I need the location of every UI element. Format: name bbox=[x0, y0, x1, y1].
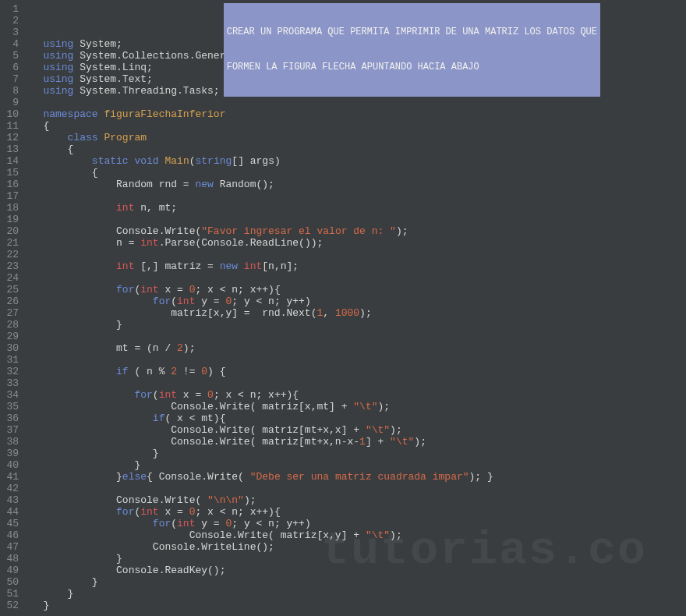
line-number: 44 bbox=[3, 506, 19, 518]
code-line: Console.ReadKey(); bbox=[25, 565, 686, 576]
code-line: int n, mt; bbox=[25, 202, 686, 214]
line-number: 41 bbox=[3, 471, 19, 483]
line-number: 5 bbox=[3, 50, 19, 62]
line-number: 30 bbox=[3, 342, 19, 354]
code-line: Console.WriteLine(); bbox=[25, 541, 686, 553]
line-number: 3 bbox=[3, 27, 19, 38]
line-number: 13 bbox=[3, 143, 19, 155]
code-line: } bbox=[25, 553, 686, 565]
line-number: 43 bbox=[3, 494, 19, 506]
code-line bbox=[25, 377, 686, 389]
code-line: } bbox=[25, 448, 686, 459]
line-number: 21 bbox=[3, 237, 19, 249]
line-number: 40 bbox=[3, 459, 19, 471]
line-number: 17 bbox=[3, 190, 19, 202]
line-number: 46 bbox=[3, 529, 19, 541]
line-number: 12 bbox=[3, 132, 19, 143]
line-number: 23 bbox=[3, 260, 19, 272]
line-number: 51 bbox=[3, 588, 19, 600]
code-editor: 1 2 3 4 5 6 7 8 9 10 11 12 13 14 15 16 1… bbox=[0, 0, 686, 616]
code-line: for(int x = 0; x < n; x++){ bbox=[25, 389, 686, 401]
code-line: if( x < mt){ bbox=[25, 412, 686, 424]
line-number: 15 bbox=[3, 167, 19, 179]
code-line bbox=[25, 190, 686, 202]
code-line: class Program bbox=[25, 132, 686, 143]
code-line bbox=[25, 97, 686, 108]
code-line: Console.Write( matriz[x,y] + "\t"); bbox=[25, 529, 686, 541]
line-number: 37 bbox=[3, 424, 19, 436]
line-number: 29 bbox=[3, 331, 19, 342]
line-number: 25 bbox=[3, 284, 19, 296]
code-line: { bbox=[25, 120, 686, 132]
code-line: } bbox=[25, 588, 686, 600]
line-number: 7 bbox=[3, 73, 19, 85]
code-line: for(int x = 0; x < n; x++){ bbox=[25, 506, 686, 518]
line-number: 22 bbox=[3, 249, 19, 260]
line-number: 16 bbox=[3, 179, 19, 190]
line-number: 38 bbox=[3, 436, 19, 448]
line-number: 48 bbox=[3, 553, 19, 565]
code-line: n = int.Parse(Console.ReadLine()); bbox=[25, 237, 686, 249]
code-line bbox=[25, 483, 686, 494]
code-line: } bbox=[25, 319, 686, 331]
line-number: 18 bbox=[3, 202, 19, 214]
code-line: Random rnd = new Random(); bbox=[25, 179, 686, 190]
line-number: 6 bbox=[3, 62, 19, 73]
line-number: 36 bbox=[3, 412, 19, 424]
line-number: 20 bbox=[3, 225, 19, 237]
code-line: } bbox=[25, 459, 686, 471]
code-line: { bbox=[25, 167, 686, 179]
code-line: int [,] matriz = new int[n,n]; bbox=[25, 260, 686, 272]
line-number: 34 bbox=[3, 389, 19, 401]
line-number: 42 bbox=[3, 483, 19, 494]
code-line: for(int y = 0; y < n; y++) bbox=[25, 296, 686, 307]
line-number: 31 bbox=[3, 354, 19, 366]
line-number: 47 bbox=[3, 541, 19, 553]
code-line bbox=[25, 249, 686, 260]
code-line: matriz[x,y] = rnd.Next(1, 1000); bbox=[25, 307, 686, 319]
code-line: Console.Write( "\n\n"); bbox=[25, 494, 686, 506]
comment-selection: CREAR UN PROGRAMA QUE PERMITA IMPRIMIR D… bbox=[224, 3, 600, 97]
line-number: 49 bbox=[3, 565, 19, 576]
code-line: Console.Write("Favor ingresar el valor d… bbox=[25, 225, 686, 237]
code-line: } bbox=[25, 600, 686, 611]
line-number: 2 bbox=[3, 15, 19, 27]
comment-line: CREAR UN PROGRAMA QUE PERMITA IMPRIMIR D… bbox=[227, 27, 597, 38]
line-number: 11 bbox=[3, 120, 19, 132]
code-line: { bbox=[25, 143, 686, 155]
line-number: 28 bbox=[3, 319, 19, 331]
line-number: 39 bbox=[3, 448, 19, 459]
code-line: mt = (n / 2); bbox=[25, 342, 686, 354]
code-line: for(int y = 0; y < n; y++) bbox=[25, 518, 686, 529]
line-number-gutter: 1 2 3 4 5 6 7 8 9 10 11 12 13 14 15 16 1… bbox=[0, 0, 25, 616]
code-line: Console.Write( matriz[mt+x,x] + "\t"); bbox=[25, 424, 686, 436]
code-line: } bbox=[25, 576, 686, 588]
code-line: Console.Write( matriz[mt+x,n-x-1] + "\t"… bbox=[25, 436, 686, 448]
code-area[interactable]: CREAR UN PROGRAMA QUE PERMITA IMPRIMIR D… bbox=[25, 0, 686, 616]
line-number: 10 bbox=[3, 108, 19, 120]
code-line bbox=[25, 354, 686, 366]
code-line: Console.Write( matriz[x,mt] + "\t"); bbox=[25, 401, 686, 412]
code-line: if ( n % 2 != 0) { bbox=[25, 366, 686, 377]
comment-line: FORMEN LA FIGURA FLECHA APUNTANDO HACIA … bbox=[227, 62, 597, 73]
code-line: namespace figuraFlechaInferior bbox=[25, 108, 686, 120]
line-number: 1 bbox=[3, 3, 19, 15]
line-number: 4 bbox=[3, 38, 19, 50]
line-number: 8 bbox=[3, 85, 19, 97]
line-number: 35 bbox=[3, 401, 19, 412]
line-number: 27 bbox=[3, 307, 19, 319]
line-number: 52 bbox=[3, 600, 19, 611]
line-number: 24 bbox=[3, 272, 19, 284]
line-number: 9 bbox=[3, 97, 19, 108]
line-number: 26 bbox=[3, 296, 19, 307]
line-number: 50 bbox=[3, 576, 19, 588]
code-line: }else{ Console.Write( "Debe ser una matr… bbox=[25, 471, 686, 483]
code-line bbox=[25, 214, 686, 225]
line-number: 14 bbox=[3, 155, 19, 167]
line-number: 33 bbox=[3, 377, 19, 389]
line-number: 32 bbox=[3, 366, 19, 377]
code-line bbox=[25, 331, 686, 342]
code-line: for(int x = 0; x < n; x++){ bbox=[25, 284, 686, 296]
line-number: 45 bbox=[3, 518, 19, 529]
code-line: static void Main(string[] args) bbox=[25, 155, 686, 167]
